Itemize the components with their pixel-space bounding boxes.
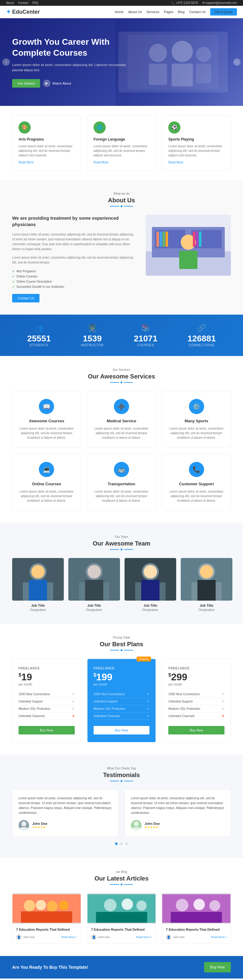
blog-post-0-read-more[interactable]: Read More » (62, 935, 77, 939)
blog-post-1-meta: 👤 John Doe Read More » (91, 934, 152, 940)
language-icon: 🌐 (93, 121, 106, 134)
svg-rect-17 (166, 232, 168, 247)
team-section: Our Team Our Awesome Team Job Title Desi… (0, 523, 243, 624)
plan-1-feature-0: 1000 New Connections ✓ (93, 690, 150, 698)
services-divider (12, 382, 231, 383)
nav-pages[interactable]: Pages (164, 10, 173, 14)
svg-rect-57 (96, 912, 147, 923)
plan-2-period: per month (168, 683, 224, 686)
nav-services[interactable]: Services (147, 10, 159, 14)
service-icon-2: ⚙️ (189, 399, 204, 414)
team-member-3-designation: Designation (181, 608, 232, 612)
svg-rect-30 (85, 580, 103, 601)
hero-prev-arrow[interactable]: ‹ (2, 59, 10, 66)
stat-students-number: 25551 (27, 334, 51, 344)
hero-cta-button[interactable]: Get Started (12, 79, 40, 88)
pricing-plan-0: Freelance $19 per month 1000 New Connect… (12, 659, 81, 742)
quote-icon-0: " (109, 804, 112, 818)
about-link[interactable]: About (6, 1, 14, 5)
plan-0-feature-1: Unlimited Support ✓ (19, 698, 75, 705)
stats-section: 👥 25551 Students 👨‍🏫 1539 Instructor 📚 2… (0, 315, 243, 356)
nav-links: Home About Us Services Pages Blog Contac… (115, 8, 237, 16)
pricing-grid: Freelance $19 per month 1000 New Connect… (12, 659, 231, 742)
blog-label: our Blog (12, 870, 231, 873)
plan-1-buy-button[interactable]: Buy Now (93, 726, 150, 735)
service-card-3: 💻 Online Courses Lorem ipsum dolor sit a… (12, 454, 81, 511)
blog-post-2-image (162, 893, 230, 924)
team-member-2-designation: Designation (125, 608, 176, 612)
nav-about[interactable]: About Us (128, 10, 142, 14)
about-list-item-2: ✔Online Courses (12, 274, 137, 279)
svg-point-50 (47, 901, 58, 912)
about-list-item-1: ✔Arts Programs (12, 269, 137, 274)
blog-post-2-read-more[interactable]: Read More » (211, 935, 227, 939)
services-title: Our Awesome Services (12, 373, 231, 380)
hero-buttons: Get Started ▶ Watch About (12, 79, 128, 88)
blog-section: our Blog Our Latest Articles 7 Education… (0, 858, 243, 956)
team-member-2-title: Job Title (125, 604, 176, 607)
team-member-3-image (181, 558, 232, 601)
arts-icon: 🎨 (19, 121, 31, 134)
feature-card-arts: 🎨 Arts Programs Lorem ipsum dolor sit am… (12, 115, 81, 171)
team-member-1-title: Job Title (68, 604, 120, 607)
team-label: Our Team (12, 535, 231, 539)
service-title-2: Many Sports (168, 418, 224, 423)
hero-watch-button[interactable]: ▶ Watch About (43, 80, 71, 87)
stat-connections-number: 126881 (188, 334, 216, 344)
cta-text: Are You Ready To Buy This Template! (12, 965, 88, 970)
cta-button[interactable]: Buy Now (204, 962, 231, 972)
sports-read-more[interactable]: Read More (168, 161, 183, 164)
about-contact-button[interactable]: Contact Us (12, 294, 39, 302)
nav-home[interactable]: Home (115, 10, 124, 14)
plan-0-buy-button[interactable]: Buy Now (19, 726, 75, 735)
service-icon-4: 🚌 (114, 462, 129, 477)
svg-point-3 (172, 41, 193, 62)
hero-image-placeholder (118, 32, 228, 92)
contact-link[interactable]: Contact (18, 1, 28, 5)
faq-link[interactable]: FAQ (32, 1, 38, 5)
svg-rect-43 (20, 827, 28, 830)
service-desc-1: Lorem ipsum dolor sit amet, consectetur … (93, 426, 150, 440)
about-list-item-3: ✔Online Course Description (12, 279, 137, 284)
pricing-label: Pricing Table (12, 636, 231, 639)
instructor-icon: 👨‍🏫 (81, 324, 104, 332)
blog-post-2-content: 7 Education Reports That Defined 👤 John … (162, 924, 230, 943)
plan-1-type: Freelance (93, 667, 150, 670)
testimonial-1: Lorem ipsum dolor sit amet, consectetur … (125, 789, 231, 837)
nav-contact[interactable]: Contact Us (189, 10, 206, 14)
nav-cta-button[interactable]: Get A Quote (210, 8, 237, 16)
service-card-5: 📞 Customer Support Lorem ipsum dolor sit… (162, 454, 231, 511)
blog-divider (12, 883, 231, 885)
arts-description: Lorem ipsum dolor sit amet, consectetur … (19, 144, 75, 158)
hero-next-arrow[interactable]: › (233, 59, 241, 66)
plan-0-period: per month (19, 683, 75, 686)
team-title: Our Awesome Team (12, 540, 231, 547)
blog-post-1-read-more[interactable]: Read More » (136, 935, 152, 939)
service-icon-3: 💻 (39, 462, 54, 477)
hero-title: Growth You Career With Complete Courses (12, 37, 128, 59)
stat-students-label: Students (27, 344, 51, 347)
logo[interactable]: ✦ EduCenter (6, 8, 40, 15)
feature-cards-section: 🎨 Arts Programs Lorem ipsum dolor sit am… (0, 106, 243, 180)
plan-2-buy-button[interactable]: Buy Now (168, 726, 224, 735)
svg-rect-6 (196, 64, 211, 83)
plan-0-feature-2: Medium SSL Protection ✓ (19, 705, 75, 713)
stat-connections-label: Connections (188, 344, 216, 347)
about-section: What we do About Us We are providing tre… (0, 180, 243, 315)
testimonial-0-author: John Doe ★★★★★ (19, 820, 112, 830)
svg-point-34 (144, 565, 157, 578)
nav-blog[interactable]: Blog (178, 10, 185, 14)
plan-1-badge: Popular (137, 657, 151, 662)
language-read-more[interactable]: Read More (93, 161, 109, 164)
svg-rect-18 (193, 232, 195, 247)
arts-read-more[interactable]: Read More (19, 161, 33, 164)
top-bar-links[interactable]: About Contact FAQ (6, 1, 41, 5)
sports-description: Lorem ipsum dolor sit amet, consectetur … (168, 144, 224, 158)
testimonials-label: What Our Clients Say (12, 767, 231, 770)
team-member-3-title: Job Title (181, 604, 232, 607)
plan-0-feature-0: 1000 New Connections ✓ (19, 690, 75, 698)
svg-rect-52 (21, 911, 72, 923)
service-title-5: Customer Support (168, 482, 224, 486)
about-subtitle: We are providing treatment by some exper… (12, 215, 137, 228)
pricing-title: Our Best Plans (12, 641, 231, 648)
